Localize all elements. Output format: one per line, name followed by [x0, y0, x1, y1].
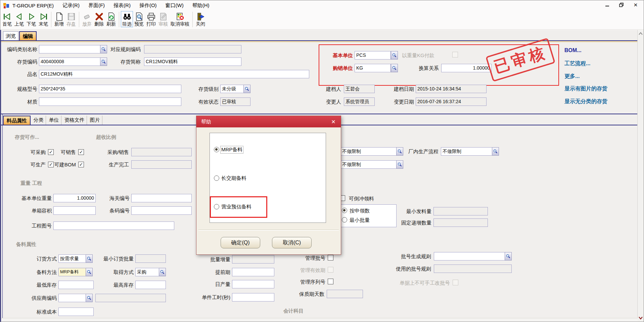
- tab-edit[interactable]: 编辑: [19, 31, 37, 40]
- toolbar-new[interactable]: 新增: [53, 11, 65, 27]
- acquire-mode-field[interactable]: 采购: [135, 268, 159, 276]
- base-unit-lookup-button[interactable]: [391, 51, 398, 59]
- subtab-qualification[interactable]: 资格文件: [62, 116, 87, 125]
- item-code-field[interactable]: 400400008: [39, 57, 100, 66]
- subtab-unit[interactable]: 单位: [47, 116, 61, 125]
- min-stock-field[interactable]: [58, 281, 94, 289]
- menu-window[interactable]: 窗口(W): [166, 2, 184, 9]
- restore-icon[interactable]: [618, 2, 625, 8]
- window-left-border: [0, 30, 1, 322]
- toolbar-cancel-approve[interactable]: 取消审核: [169, 11, 191, 27]
- by-request-radio[interactable]: [342, 208, 347, 213]
- dialog-close-icon[interactable]: ✕: [330, 118, 337, 125]
- conversion-field[interactable]: 1.00000: [441, 64, 492, 72]
- order-mode-field[interactable]: 按需求量: [58, 254, 86, 263]
- menu-help[interactable]: 帮助(H): [192, 2, 210, 9]
- scroll-down-icon[interactable]: [639, 316, 643, 320]
- scroll-up-icon[interactable]: [639, 32, 643, 35]
- menu-interface[interactable]: 界面(F): [88, 2, 105, 9]
- tab-browse[interactable]: 浏览: [3, 31, 18, 40]
- trade-unit-field[interactable]: KG: [355, 64, 391, 72]
- toolbar-first-record[interactable]: 首笔: [1, 11, 13, 27]
- item-level-lookup-button[interactable]: [243, 85, 250, 93]
- acquire-mode-lookup-button[interactable]: [159, 268, 166, 276]
- menu-operation[interactable]: 操作(O): [139, 2, 157, 9]
- cancel-button[interactable]: 取消(C): [272, 237, 312, 248]
- close-icon[interactable]: ✕: [632, 2, 639, 8]
- spec-field[interactable]: 250*240*35: [39, 85, 181, 93]
- exit-icon: [196, 12, 205, 21]
- limit2-lookup-button[interactable]: [396, 160, 403, 169]
- manage-expiry-checkbox: [328, 267, 333, 273]
- toolbar-close[interactable]: 关闭: [194, 11, 206, 27]
- link-show-with-image[interactable]: 显示有图片的存货: [564, 85, 607, 92]
- toolbar-preview[interactable]: 预览: [133, 11, 145, 27]
- menu-record[interactable]: 记录(R): [62, 2, 80, 9]
- toolbar-print[interactable]: 打印: [145, 11, 157, 27]
- factory-flow-lookup-button[interactable]: [492, 147, 499, 156]
- link-show-unclassified[interactable]: 显示无分类的存货: [564, 98, 607, 105]
- toolbar-prev-record[interactable]: 上笔: [13, 11, 25, 27]
- mrp-option-radio[interactable]: [214, 147, 219, 152]
- menu-app[interactable]: T-GROUP ERP(E): [12, 3, 54, 8]
- barcode-field[interactable]: [131, 206, 192, 215]
- toolbar-delete[interactable]: 删除: [93, 11, 105, 27]
- lot-rule-lookup-button[interactable]: [505, 252, 512, 260]
- unit-hours-field[interactable]: [232, 293, 274, 301]
- min-batch-radio[interactable]: [342, 217, 347, 223]
- link-process-flow[interactable]: 工艺流程...: [564, 60, 590, 67]
- trade-unit-lookup-button[interactable]: [391, 64, 398, 72]
- menu-report[interactable]: 报表(R): [113, 2, 131, 9]
- supplier-code-lookup-button[interactable]: [86, 294, 93, 302]
- long-leadtime-option-label[interactable]: 长交期备料: [221, 175, 246, 182]
- link-more[interactable]: 更多...: [564, 73, 580, 80]
- vertical-scrollbar[interactable]: [637, 30, 644, 322]
- toolbar-next-record[interactable]: 下笔: [25, 11, 37, 27]
- item-level-field[interactable]: 未分级: [220, 85, 244, 93]
- ok-button[interactable]: 确定(Q): [221, 237, 260, 248]
- horizontal-scrollbar[interactable]: [1, 318, 638, 322]
- factory-flow-field[interactable]: 不做限制: [441, 147, 492, 156]
- minimize-icon[interactable]: [604, 2, 611, 8]
- std-cost-field[interactable]: [58, 308, 94, 316]
- subtab-classification[interactable]: 分类: [31, 116, 46, 125]
- order-mode-lookup-button[interactable]: [86, 254, 93, 263]
- subtab-item-attributes[interactable]: 料品属性: [3, 116, 31, 125]
- item-abbr-field[interactable]: CR12MOV精料: [144, 57, 241, 66]
- mrp-option-label[interactable]: MRP备料: [221, 146, 243, 153]
- max-stock-field[interactable]: [135, 281, 166, 289]
- lead-time-field[interactable]: [232, 268, 274, 276]
- prepare-method-lookup-button[interactable]: [86, 268, 93, 276]
- item-name-field[interactable]: CR12MOV精料: [39, 70, 309, 78]
- subtab-image[interactable]: 图片: [88, 116, 102, 125]
- toolbar-last-record[interactable]: 末笔: [37, 11, 49, 27]
- used-lot-rule-label: 使用的批号规则: [389, 265, 431, 273]
- drawing-no-field[interactable]: [53, 222, 174, 230]
- manage-lot-checkbox[interactable]: [328, 255, 333, 260]
- help-dialog-titlebar[interactable]: 帮助: [196, 116, 341, 127]
- box-volume-field[interactable]: [53, 206, 96, 215]
- supplier-code-field[interactable]: [58, 294, 86, 302]
- coding-class-field[interactable]: [39, 45, 100, 53]
- toolbar-refresh[interactable]: 刷新: [105, 11, 117, 27]
- sellable-checkbox[interactable]: [78, 149, 84, 155]
- link-bom[interactable]: BOM...: [564, 47, 582, 53]
- base-unit-field[interactable]: PCS: [355, 51, 391, 59]
- manage-serial-checkbox[interactable]: [328, 279, 333, 284]
- backflush-label: 可倒冲领料: [349, 195, 386, 202]
- long-leadtime-option-radio[interactable]: [214, 175, 219, 181]
- purchasable-checkbox[interactable]: [48, 149, 54, 155]
- lot-rule-field[interactable]: [434, 252, 505, 260]
- daily-output-field[interactable]: [232, 280, 274, 288]
- limit1-lookup-button[interactable]: [396, 147, 403, 156]
- material-field[interactable]: [39, 97, 181, 106]
- coding-class-lookup-button[interactable]: [100, 45, 107, 53]
- customs-no-field[interactable]: [131, 194, 192, 202]
- limit2-field[interactable]: 不做限制: [340, 160, 397, 169]
- item-code-lookup-button[interactable]: [100, 57, 107, 66]
- prepare-method-field[interactable]: MRP备料: [58, 268, 86, 276]
- bomable-checkbox[interactable]: [78, 162, 84, 167]
- base-weight-field[interactable]: 1.00000: [53, 194, 96, 202]
- limit1-field[interactable]: 不做限制: [340, 147, 397, 156]
- toolbar-filter[interactable]: 筛选: [121, 11, 133, 27]
